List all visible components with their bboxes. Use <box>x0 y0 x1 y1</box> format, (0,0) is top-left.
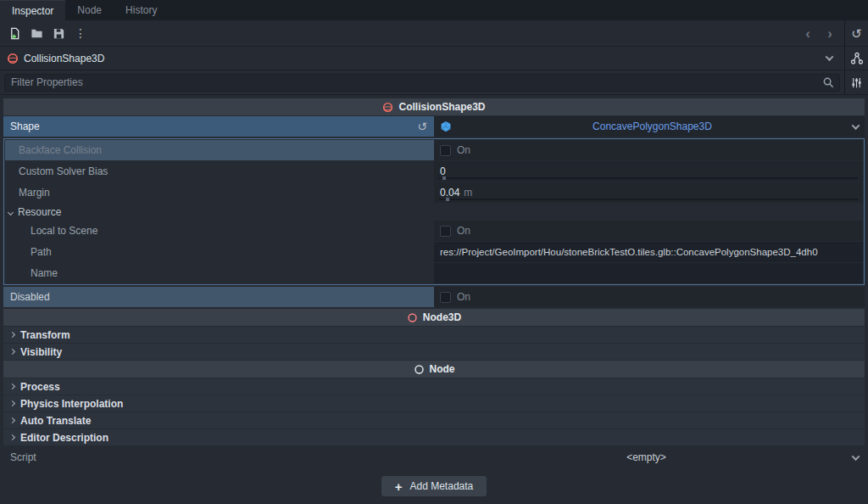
local-to-scene-value: On <box>434 221 863 241</box>
group-label: Transform <box>20 329 70 341</box>
chevron-right-icon <box>9 434 15 440</box>
node-icon <box>414 364 425 375</box>
group-label: Process <box>20 381 60 393</box>
group-transform[interactable]: Transform <box>3 327 865 343</box>
chevron-down-icon <box>852 121 860 130</box>
script-empty-value: <empty> <box>440 451 853 463</box>
margin-label: Margin <box>5 182 434 203</box>
group-process[interactable]: Process <box>3 378 865 395</box>
property-row-name: Name <box>5 263 863 283</box>
property-tools-button[interactable] <box>844 70 868 94</box>
property-row-backface-collision: Backface Collision On <box>5 140 863 160</box>
category-node: Node <box>3 361 865 378</box>
add-metadata-wrap: + Add Metadata <box>3 476 865 496</box>
property-row-path: Path res://Project/GeoImport/Hou/stoneBr… <box>5 242 863 262</box>
resource-group-header[interactable]: Resource <box>5 204 863 221</box>
disabled-checkbox[interactable] <box>440 292 451 303</box>
save-resource-button[interactable] <box>48 23 69 43</box>
chevron-right-icon <box>9 417 15 423</box>
collision-shape-icon <box>7 53 19 64</box>
resource-group-label: Resource <box>18 206 61 218</box>
extra-options-button[interactable]: ⋮ <box>70 23 91 43</box>
property-row-disabled: Disabled On <box>3 287 865 307</box>
slider-grabber[interactable] <box>442 176 446 180</box>
group-auto-translate[interactable]: Auto Translate <box>3 412 865 428</box>
category-title: CollisionShape3D <box>398 101 485 113</box>
collision-shape-icon <box>382 102 393 113</box>
group-label: Visibility <box>20 346 62 358</box>
slider-grabber[interactable] <box>446 198 449 201</box>
path-value-text: res://Project/GeoImport/Hou/stoneBrickTe… <box>440 247 818 257</box>
path-label-text: Path <box>31 246 52 258</box>
disabled-label-text: Disabled <box>10 291 50 303</box>
shape-resource-name: ConcavePolygonShape3D <box>457 120 848 132</box>
shape-label-text: Shape <box>10 120 40 132</box>
margin-number: 0.04 <box>440 187 459 199</box>
solver-bias-number: 0 <box>440 165 446 177</box>
on-label: On <box>457 291 470 303</box>
filter-properties-input[interactable] <box>4 74 840 92</box>
add-metadata-label: Add Metadata <box>410 480 474 492</box>
margin-value[interactable]: 0.04 m <box>434 182 863 203</box>
local-to-scene-checkbox[interactable] <box>440 226 451 237</box>
object-history-button[interactable]: ↺ <box>844 20 868 46</box>
revert-icon[interactable]: ↺ <box>417 120 427 132</box>
edited-object-dropdown[interactable]: CollisionShape3D <box>0 53 844 64</box>
node3d-icon <box>407 312 418 323</box>
tab-inspector[interactable]: Inspector <box>0 0 65 20</box>
name-label-text: Name <box>31 267 58 279</box>
save-icon <box>53 27 65 40</box>
disabled-value: On <box>434 287 865 307</box>
chevron-right-icon <box>9 349 15 355</box>
on-label: On <box>457 144 470 156</box>
chevron-left-icon: ‹ <box>805 26 810 41</box>
group-label: Editor Description <box>20 432 108 444</box>
new-resource-button[interactable] <box>4 23 25 43</box>
shape-property-label[interactable]: Shape ↺ <box>3 116 434 137</box>
chevron-down-icon <box>8 209 14 215</box>
group-physics-interpolation[interactable]: Physics Interpolation <box>3 395 865 412</box>
margin-unit: m <box>464 187 472 199</box>
history-icon: ↺ <box>851 27 862 40</box>
name-field[interactable] <box>434 263 863 283</box>
search-icon <box>822 76 835 89</box>
custom-solver-bias-label: Custom Solver Bias <box>5 161 434 182</box>
slider-track <box>439 199 858 200</box>
disabled-label[interactable]: Disabled <box>3 287 434 307</box>
script-label-text: Script <box>10 451 36 463</box>
chevron-right-icon <box>9 332 15 338</box>
script-picker[interactable]: <empty> <box>434 451 865 463</box>
backface-collision-value: On <box>434 140 863 160</box>
node-link-icon <box>850 52 864 65</box>
open-in-scene-button[interactable] <box>844 47 868 70</box>
tab-history[interactable]: History <box>114 0 169 20</box>
edited-object-bar: CollisionShape3D <box>0 47 868 70</box>
inspector-content: CollisionShape3D Shape ↺ ConcavePolygonS… <box>0 95 868 504</box>
history-forward-button[interactable]: › <box>820 23 840 43</box>
filter-bar <box>0 70 868 95</box>
property-row-margin: Margin 0.04 m <box>5 182 863 203</box>
category-title: Node <box>430 363 455 375</box>
property-row-shape: Shape ↺ ConcavePolygonShape3D <box>3 116 865 137</box>
path-field[interactable]: res://Project/GeoImport/Hou/stoneBrickTe… <box>434 242 863 262</box>
property-row-local-to-scene: Local to Scene On <box>5 221 863 241</box>
load-resource-button[interactable] <box>26 23 47 43</box>
shape-resource-picker[interactable]: ConcavePolygonShape3D <box>434 116 865 137</box>
property-row-custom-solver-bias: Custom Solver Bias 0 <box>5 161 863 182</box>
category-title: Node3D <box>423 311 461 323</box>
custom-solver-bias-value[interactable]: 0 <box>434 161 863 182</box>
category-collisionshape3d: CollisionShape3D <box>3 98 865 115</box>
path-label: Path <box>5 242 434 262</box>
group-visibility[interactable]: Visibility <box>3 344 865 360</box>
plus-icon: + <box>395 480 403 493</box>
history-back-button[interactable]: ‹ <box>798 23 818 43</box>
group-editor-description[interactable]: Editor Description <box>3 429 865 445</box>
backface-collision-checkbox[interactable] <box>440 145 451 156</box>
category-node3d: Node3D <box>3 309 865 326</box>
solver-bias-label-text: Custom Solver Bias <box>19 165 108 177</box>
add-metadata-button[interactable]: + Add Metadata <box>381 476 487 496</box>
subresource-editor: Backface Collision On Custom Solver Bias… <box>3 138 865 285</box>
property-row-script: Script <empty> <box>3 447 865 468</box>
tab-node[interactable]: Node <box>65 0 114 20</box>
edited-object-name: CollisionShape3D <box>24 53 821 64</box>
